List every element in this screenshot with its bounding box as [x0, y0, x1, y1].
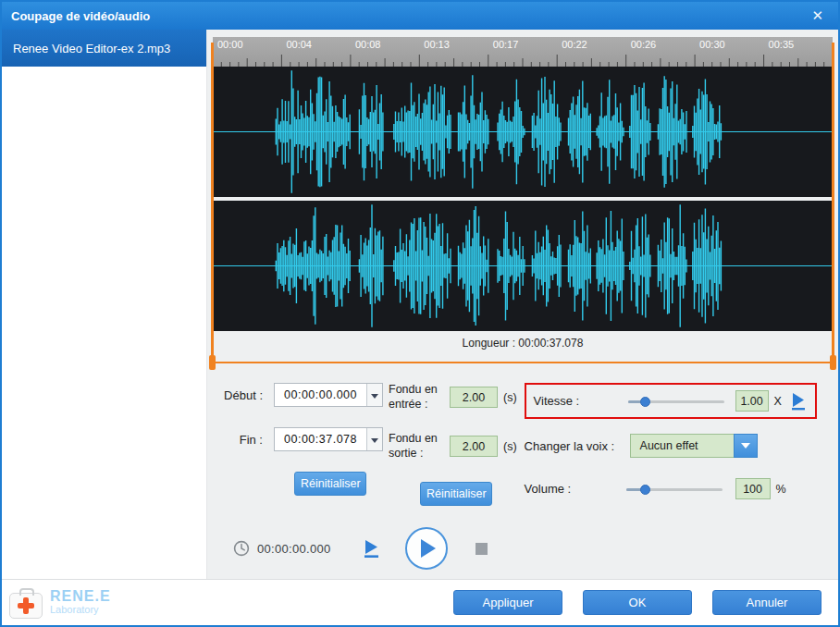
brand-logo: RENE.E Laboratory — [9, 587, 111, 619]
waveform-channel-right[interactable] — [213, 201, 833, 331]
volume-unit: % — [776, 483, 786, 496]
speed-row-highlight: Vitesse : 1.00 X — [525, 383, 817, 419]
dialog-title: Coupage de vidéo/audio — [11, 9, 806, 23]
brand-name: RENE.E — [50, 589, 111, 605]
selection-bar — [213, 355, 833, 370]
voice-dropdown[interactable]: Aucun effet — [630, 434, 758, 458]
playback-time: 00:00:00.000 — [257, 542, 331, 556]
selection-range-line — [213, 362, 833, 363]
waveform-channel-left[interactable] — [213, 67, 833, 197]
end-label: Fin : — [220, 433, 263, 447]
fade-out-unit: (s) — [503, 440, 517, 453]
volume-label: Volume : — [525, 482, 617, 496]
file-sidebar: Renee Video Editor-ex 2.mp3 — [2, 30, 207, 579]
stop-button[interactable] — [476, 543, 488, 555]
playback-bar: 00:00:00.000 — [213, 518, 833, 579]
reset-fade-button[interactable]: Réinitialiser — [420, 482, 492, 506]
slider-thumb[interactable] — [640, 397, 650, 407]
speed-unit: X — [774, 395, 782, 408]
cut-audio-dialog: Coupage de vidéo/audio ✕ Renee Video Edi… — [0, 0, 840, 627]
titlebar[interactable]: Coupage de vidéo/audio ✕ — [2, 2, 838, 30]
speed-value[interactable]: 1.00 — [735, 390, 769, 412]
ruler-tick-label: 00:13 — [424, 39, 450, 50]
voice-value: Aucun effet — [630, 434, 734, 458]
waveform-region: 00:0000:0400:0800:1300:1700:2200:2600:30… — [213, 37, 833, 370]
first-aid-cross-icon — [9, 593, 43, 619]
start-time-value: 00:00:00.000 — [275, 388, 366, 401]
end-time-value: 00:00:37.078 — [275, 433, 366, 446]
length-label: Longueur : 00:00:37.078 — [463, 337, 584, 350]
spinner-down-icon[interactable] — [371, 438, 378, 443]
end-time-input[interactable]: 00:00:37.078 — [274, 427, 383, 451]
ruler-tick-label: 00:30 — [699, 39, 725, 50]
slider-thumb[interactable] — [640, 485, 650, 495]
footer-bar: RENE.E Laboratory Appliquer OK Annuler — [2, 579, 838, 625]
selection-edge-right[interactable] — [832, 43, 834, 359]
ok-button[interactable]: OK — [583, 590, 692, 615]
clock-icon — [233, 540, 250, 557]
main-panel: 00:0000:0400:0800:1300:1700:2200:2600:30… — [207, 30, 838, 579]
sidebar-item-file[interactable]: Renee Video Editor-ex 2.mp3 — [2, 30, 206, 67]
fade-in-label: Fondu en entrée : — [389, 383, 446, 412]
volume-value[interactable]: 100 — [735, 478, 771, 499]
ruler-tick-label: 00:17 — [493, 39, 519, 50]
ruler-tick-label: 00:26 — [631, 39, 657, 50]
apply-button[interactable]: Appliquer — [453, 590, 562, 615]
start-label: Début : — [220, 388, 263, 402]
ruler-tick-label: 00:08 — [355, 39, 381, 50]
chevron-down-icon[interactable] — [734, 434, 758, 458]
controls-panel: Début : 00:00:00.000 Fin : 00:00:37 — [213, 370, 833, 518]
play-icon — [421, 539, 436, 558]
fade-in-unit: (s) — [503, 391, 517, 404]
play-from-position-icon[interactable] — [361, 538, 381, 559]
cancel-button[interactable]: Annuler — [712, 590, 821, 615]
ruler-tick-label: 00:22 — [562, 39, 587, 50]
timeline-ruler[interactable]: 00:0000:0400:0800:1300:1700:2200:2600:30… — [213, 37, 833, 67]
end-time-spinner[interactable] — [366, 428, 382, 450]
close-icon[interactable]: ✕ — [806, 7, 829, 24]
ruler-tick-label: 00:00 — [217, 39, 243, 50]
brand-subtitle: Laboratory — [50, 605, 111, 616]
fade-out-label: Fondu en sortie : — [389, 432, 446, 461]
voice-label: Changer la voix : — [525, 439, 617, 453]
reset-time-button[interactable]: Réinitialiser — [294, 472, 366, 496]
start-time-input[interactable]: 00:00:00.000 — [274, 383, 383, 407]
ruler-tick-label: 00:04 — [286, 39, 312, 50]
fade-in-input[interactable]: 2.00 — [450, 387, 498, 408]
fade-out-input[interactable]: 2.00 — [450, 436, 498, 457]
speed-preview-play-icon[interactable] — [789, 392, 808, 411]
speed-slider[interactable] — [628, 395, 724, 408]
spinner-down-icon[interactable] — [371, 394, 378, 399]
selection-edge-left[interactable] — [211, 43, 214, 359]
ruler-tick-label: 00:35 — [769, 39, 795, 50]
start-time-spinner[interactable] — [366, 384, 382, 406]
play-button[interactable] — [405, 527, 448, 570]
speed-label: Vitesse : — [534, 394, 619, 408]
file-name: Renee Video Editor-ex 2.mp3 — [13, 42, 170, 55]
volume-slider[interactable] — [626, 483, 723, 496]
